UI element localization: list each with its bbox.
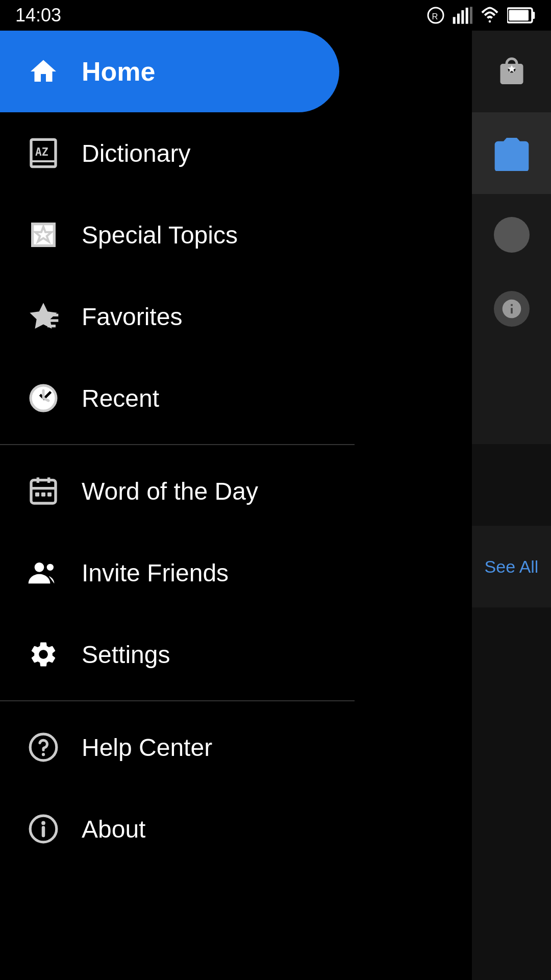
info-circle-icon — [28, 813, 59, 845]
dictionary-icon: AZ — [27, 137, 60, 169]
sidebar-item-invite-friends[interactable]: Invite Friends — [0, 532, 355, 614]
nav-divider-1 — [0, 444, 355, 445]
svg-rect-25 — [35, 493, 39, 497]
overlay-empty-3 — [472, 701, 551, 783]
wifi-icon — [480, 6, 500, 24]
overlay-empty-2 — [472, 607, 551, 689]
overlay-empty-4 — [472, 783, 551, 865]
invite-friends-label: Invite Friends — [82, 559, 229, 587]
sidebar-item-special-topics[interactable]: Special Topics — [0, 194, 355, 276]
sidebar-item-word-of-the-day[interactable]: Word of the Day — [0, 450, 355, 532]
registered-icon: R — [427, 6, 445, 24]
sidebar-item-recent[interactable]: Recent — [0, 357, 355, 439]
overlay-see-all-box[interactable]: See All — [472, 526, 551, 607]
svg-rect-17 — [47, 314, 58, 316]
sidebar-item-favorites[interactable]: Favorites — [0, 276, 355, 357]
question-circle-icon — [28, 731, 59, 763]
overlay-gray-circle — [494, 217, 530, 253]
svg-rect-6 — [470, 7, 472, 23]
svg-rect-19 — [47, 325, 56, 327]
recent-icon-container — [26, 380, 61, 416]
right-overlay: See All — [472, 0, 551, 980]
info-icon-circle — [494, 291, 530, 327]
overlay-shop-icon-box[interactable] — [472, 31, 551, 112]
overlay-rest — [472, 865, 551, 980]
word-of-the-day-label: Word of the Day — [82, 477, 258, 505]
recent-label: Recent — [82, 384, 159, 412]
svg-rect-21 — [31, 480, 56, 503]
special-topics-icon — [27, 218, 60, 251]
svg-rect-10 — [509, 10, 529, 21]
svg-rect-26 — [41, 493, 45, 497]
invite-friends-icon-container — [26, 555, 61, 591]
settings-icon-container — [26, 636, 61, 672]
favorites-icon-container — [26, 299, 61, 334]
svg-rect-9 — [532, 12, 535, 19]
home-label: Home — [82, 56, 155, 87]
home-icon-container — [26, 54, 61, 89]
overlay-empty-1 — [472, 444, 551, 526]
sidebar-item-dictionary[interactable]: AZ Dictionary — [0, 112, 355, 194]
svg-point-7 — [489, 20, 491, 23]
camera-icon — [491, 135, 532, 171]
overlay-divider-area — [472, 689, 551, 701]
word-of-the-day-icon-container — [26, 473, 61, 509]
nav-divider-2 — [0, 700, 355, 701]
overlay-info-box[interactable] — [472, 276, 551, 444]
settings-label: Settings — [82, 641, 170, 669]
svg-point-34 — [41, 821, 45, 825]
svg-point-31 — [42, 753, 45, 756]
overlay-camera-icon-box[interactable] — [472, 112, 551, 194]
svg-rect-27 — [47, 493, 52, 497]
favorites-label: Favorites — [82, 303, 182, 331]
svg-rect-2 — [453, 17, 456, 23]
svg-point-28 — [35, 562, 44, 572]
overlay-circle-box — [472, 194, 551, 276]
help-center-icon-container — [26, 729, 61, 765]
svg-rect-5 — [466, 8, 468, 24]
clock-icon — [28, 383, 59, 413]
status-bar: 14:03 R — [0, 0, 551, 31]
svg-rect-18 — [47, 319, 58, 322]
navigation-drawer: Home AZ Dictionary Special Topics — [0, 31, 355, 980]
favorites-icon — [27, 300, 60, 333]
sidebar-item-home[interactable]: Home — [0, 31, 339, 112]
svg-rect-3 — [457, 14, 460, 24]
sidebar-item-help-center[interactable]: Help Center — [0, 706, 355, 788]
sidebar-item-settings[interactable]: Settings — [0, 614, 355, 695]
see-all-label[interactable]: See All — [485, 557, 539, 577]
about-label: About — [82, 815, 145, 843]
svg-point-29 — [47, 564, 54, 571]
dictionary-icon-container: AZ — [26, 135, 61, 171]
svg-text:AZ: AZ — [35, 145, 48, 158]
home-icon — [28, 56, 59, 87]
sidebar-item-about[interactable]: About — [0, 788, 355, 870]
shop-icon — [496, 56, 527, 87]
dictionary-label: Dictionary — [82, 139, 190, 167]
svg-rect-4 — [461, 10, 464, 24]
gear-icon — [28, 639, 59, 670]
calendar-icon — [27, 475, 60, 507]
special-topics-icon-container — [26, 217, 61, 253]
people-icon — [27, 556, 60, 589]
about-icon-container — [26, 811, 61, 847]
signal-icon — [452, 6, 472, 24]
battery-icon — [507, 6, 536, 24]
special-topics-label: Special Topics — [82, 221, 238, 249]
svg-text:R: R — [432, 12, 438, 21]
status-icons: R — [427, 6, 536, 24]
status-time: 14:03 — [15, 5, 61, 26]
help-center-label: Help Center — [82, 733, 212, 762]
